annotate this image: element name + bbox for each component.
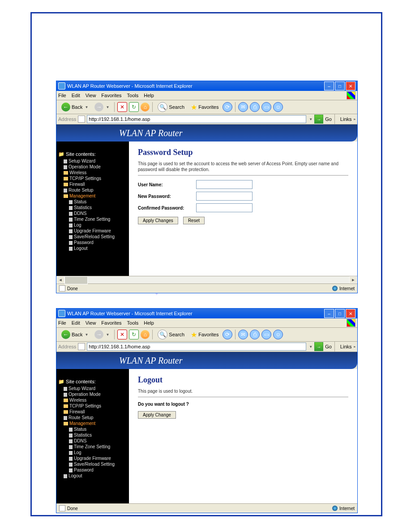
sidebar-item-tcpip[interactable]: TCP/IP Settings [58, 176, 127, 181]
home-icon[interactable]: ⌂ [141, 330, 150, 339]
address-input[interactable] [87, 115, 306, 123]
windows-flag-icon [347, 319, 355, 327]
menu-favorites[interactable]: Favorites [101, 93, 121, 98]
address-input[interactable] [87, 343, 306, 351]
menu-favorites[interactable]: Favorites [101, 320, 121, 326]
messenger-icon[interactable]: ☺ [273, 330, 283, 339]
mail-icon[interactable]: ✉ [238, 102, 248, 112]
close-button[interactable]: ✕ [346, 309, 355, 318]
edit-icon[interactable]: ▭ [261, 102, 271, 112]
browser-window-1: WLAN AP Router Webserver - Microsoft Int… [56, 81, 358, 293]
sidebar-item-opmode[interactable]: Operation Mode [58, 164, 127, 170]
history-icon[interactable]: ⟳ [223, 330, 232, 339]
sidebar-item-password[interactable]: Password [58, 240, 127, 245]
newpassword-input[interactable] [196, 192, 253, 201]
address-dropdown-icon[interactable]: ▼ [309, 117, 313, 121]
windows-flag-icon [347, 91, 355, 99]
minimize-button[interactable]: – [324, 82, 334, 90]
stop-icon[interactable]: ✕ [117, 330, 127, 339]
sidebar-item-status[interactable]: Status [58, 199, 127, 205]
menu-help[interactable]: Help [144, 320, 154, 326]
refresh-icon[interactable]: ↻ [129, 102, 139, 112]
refresh-icon[interactable]: ↻ [129, 330, 139, 339]
sidebar-item-ddns[interactable]: DDNS [58, 438, 127, 444]
search-button[interactable]: 🔍Search [155, 328, 187, 341]
sidebar-item-logout[interactable]: Logout [58, 245, 127, 251]
print-icon[interactable]: ⎙ [250, 330, 260, 339]
maximize-button[interactable]: □ [335, 82, 345, 90]
menu-view[interactable]: View [86, 93, 96, 98]
address-bar: Address ▼ → Go Links» [56, 114, 357, 124]
stop-icon[interactable]: ✕ [117, 102, 127, 112]
sidebar-item-ddns[interactable]: DDNS [58, 210, 127, 216]
sidebar-item-tcpip[interactable]: TCP/IP Settings [58, 403, 127, 409]
sidebar-item-timezone[interactable]: Time Zone Setting [58, 444, 127, 450]
apply-button[interactable]: Apply Change [138, 411, 176, 419]
page-title: Logout [138, 375, 348, 385]
menu-file[interactable]: File [58, 93, 66, 98]
horizontal-scrollbar[interactable]: ◄► [56, 276, 357, 283]
apply-button[interactable]: Apply Changes [138, 217, 178, 224]
menu-tools[interactable]: Tools [127, 93, 139, 98]
sidebar-item-log[interactable]: Log [58, 222, 127, 228]
sidebar-item-management[interactable]: Management [58, 193, 127, 199]
sidebar-item-statistics[interactable]: Statistics [58, 205, 127, 210]
sidebar-item-route[interactable]: Route Setup [58, 187, 127, 193]
history-icon[interactable]: ⟳ [223, 102, 232, 112]
menu-edit[interactable]: Edit [72, 93, 80, 98]
back-button[interactable]: ←Back▼ [59, 329, 90, 340]
sidebar-item-opmode[interactable]: Operation Mode [58, 391, 127, 397]
sidebar-item-upgrade[interactable]: Upgrade Firmware [58, 228, 127, 234]
username-input[interactable] [196, 180, 253, 189]
sidebar-item-upgrade[interactable]: Upgrade Firmware [58, 455, 127, 461]
minimize-button[interactable]: – [324, 309, 334, 318]
sidebar-item-password[interactable]: Password [58, 467, 127, 473]
forward-button[interactable]: →▼ [92, 329, 111, 340]
favorites-button[interactable]: ★Favorites [188, 329, 221, 340]
sidebar-item-firewall[interactable]: Firewall [58, 181, 127, 187]
address-dropdown-icon[interactable]: ▼ [309, 345, 313, 349]
confirmpassword-input[interactable] [196, 203, 253, 212]
links-label[interactable]: Links [340, 116, 352, 122]
sidebar-item-wireless[interactable]: Wireless [58, 397, 127, 403]
sidebar-item-wizard[interactable]: Setup Wizard [58, 158, 127, 164]
back-button[interactable]: ←Back▼ [59, 101, 90, 113]
print-icon[interactable]: ⎙ [250, 102, 260, 112]
sidebar-item-wireless[interactable]: Wireless [58, 170, 127, 176]
sidebar-item-savereload[interactable]: Save/Reload Setting [58, 234, 127, 240]
page-title: Password Setup [138, 148, 348, 157]
sidebar-item-firewall[interactable]: Firewall [58, 409, 127, 415]
ie-icon [58, 82, 65, 90]
zone-label: Internet [339, 506, 355, 511]
menu-edit[interactable]: Edit [72, 320, 80, 326]
search-button[interactable]: 🔍Search [155, 101, 187, 113]
messenger-icon[interactable]: ☺ [273, 102, 283, 112]
home-icon[interactable]: ⌂ [141, 103, 150, 112]
edit-icon[interactable]: ▭ [261, 330, 271, 339]
reset-button[interactable]: Reset [183, 217, 205, 224]
favorites-button[interactable]: ★Favorites [188, 102, 221, 113]
sidebar-item-logout[interactable]: Logout [58, 473, 127, 479]
go-button[interactable]: → [314, 115, 323, 124]
sidebar-item-route[interactable]: Route Setup [58, 415, 127, 420]
menu-help[interactable]: Help [144, 93, 154, 98]
browser-window-2: WLAN AP Router Webserver - Microsoft Int… [56, 308, 358, 513]
go-button[interactable]: → [314, 342, 323, 351]
sidebar-item-wizard[interactable]: Setup Wizard [58, 386, 127, 391]
sidebar-item-status[interactable]: Status [58, 426, 127, 432]
menu-view[interactable]: View [86, 320, 96, 326]
menu-tools[interactable]: Tools [127, 320, 139, 326]
links-label[interactable]: Links [340, 344, 352, 349]
mail-icon[interactable]: ✉ [238, 330, 248, 339]
close-button[interactable]: ✕ [346, 82, 355, 90]
sidebar-item-savereload[interactable]: Save/Reload Setting [58, 461, 127, 467]
page-description: This page is used to logout. [138, 388, 348, 394]
sidebar-item-timezone[interactable]: Time Zone Setting [58, 216, 127, 222]
logout-question: Do you want to logout ? [138, 402, 348, 407]
sidebar-item-statistics[interactable]: Statistics [58, 432, 127, 438]
sidebar-item-management[interactable]: Management [58, 420, 127, 426]
maximize-button[interactable]: □ [335, 309, 345, 318]
forward-button[interactable]: →▼ [92, 101, 111, 113]
sidebar-item-log[interactable]: Log [58, 450, 127, 455]
menu-file[interactable]: File [58, 320, 66, 326]
